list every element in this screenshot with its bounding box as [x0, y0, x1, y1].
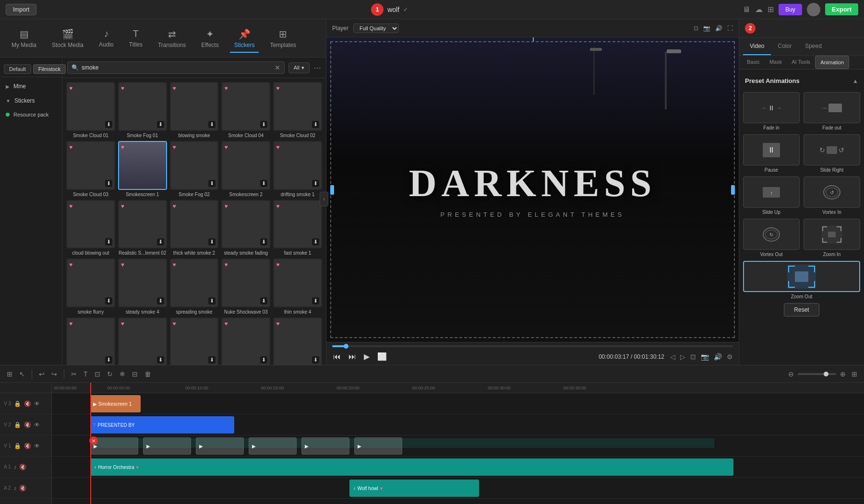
crop-icon[interactable]: ⊡	[690, 353, 696, 361]
stop-button[interactable]: ⬜	[376, 351, 388, 362]
clip-video-4[interactable]: ▶	[249, 437, 297, 455]
track2-lock-icon[interactable]: 🔒	[14, 422, 21, 428]
export-button[interactable]: Export	[825, 3, 858, 15]
redo-button[interactable]: ↪	[49, 369, 59, 379]
more-options-button[interactable]: ⋯	[313, 63, 321, 72]
loop-button[interactable]: ↻	[105, 369, 115, 379]
collapse-panel-button[interactable]: ‹	[320, 192, 328, 206]
left-handle[interactable]	[330, 185, 334, 195]
anim-slide-right[interactable]: ↻ ↺ Slide Right	[804, 134, 860, 173]
select-tool-button[interactable]: ↖	[17, 369, 27, 379]
preset-collapse-icon[interactable]: ▲	[852, 78, 858, 84]
tab-stickers[interactable]: 📌 Stickers	[227, 24, 263, 52]
subtab-basic[interactable]: Basic	[742, 56, 765, 69]
clip-video-6[interactable]: ▶	[354, 437, 402, 455]
search-clear-icon[interactable]: ✕	[275, 64, 280, 71]
clip-smokescreen1[interactable]: ▶ Smokescreen 1	[90, 395, 141, 412]
audio2-mute-icon[interactable]: 🔇	[19, 485, 26, 492]
list-item[interactable]: ♥⬇ Smoke Cloud 03	[66, 141, 115, 197]
list-item[interactable]: ♥⬇ steady smoke fading	[221, 200, 270, 256]
volume-icon[interactable]: 🔊	[715, 25, 722, 32]
list-item[interactable]: ♥⬇ Smoke Cloud 04	[221, 82, 270, 138]
tab-effects[interactable]: ✦ Effects	[193, 24, 226, 52]
subtab-ai-tools[interactable]: AI Tools	[787, 56, 815, 69]
filter-button[interactable]: All ▾	[288, 62, 310, 73]
list-item[interactable]: ♥⬇ Smokescreen 2	[221, 141, 270, 197]
transform-button[interactable]: ⊡	[93, 369, 102, 379]
tab-video[interactable]: Video	[743, 38, 771, 55]
tab-audio[interactable]: ♪ Audio	[91, 24, 121, 52]
list-item[interactable]: ♥⬇ Realistic S...lement 02	[118, 200, 167, 256]
add-track-button[interactable]: ⊞	[5, 369, 14, 379]
filmstock-tab-btn[interactable]: Filmstock	[33, 64, 66, 74]
clip-video-2[interactable]: ▶	[143, 437, 191, 455]
list-item[interactable]: ♥⬇ Clouds05	[66, 317, 115, 365]
progress-bar[interactable]	[332, 345, 733, 347]
clip-presented-by[interactable]: T PRESENTED BY	[90, 416, 234, 434]
reset-button[interactable]: Reset	[784, 303, 819, 316]
tab-transitions[interactable]: ⇄ Transitions	[150, 24, 193, 52]
audio1-music-icon[interactable]: ♪	[13, 464, 16, 470]
user-avatar[interactable]	[807, 3, 820, 16]
tab-stock-media[interactable]: 🎬 Stock Media	[44, 24, 91, 52]
tab-color[interactable]: Color	[771, 38, 798, 55]
audio1-mute-icon[interactable]: 🔇	[19, 464, 26, 470]
audio-vol-icon[interactable]: 🔊	[714, 353, 722, 361]
split-button[interactable]: ⊟	[130, 369, 140, 379]
clip-video-5[interactable]: ▶	[301, 437, 349, 455]
zoom-out-button[interactable]: ⊖	[786, 369, 796, 379]
list-item[interactable]: ♥⬇ Smoke Fog 01	[118, 82, 167, 138]
right-handle[interactable]	[731, 185, 735, 195]
import-button[interactable]: Import	[6, 4, 36, 15]
sidebar-item-mine[interactable]: ▶ Mine	[0, 79, 62, 94]
list-item[interactable]: ♥⬇ Realistic S...lement 06	[221, 317, 270, 365]
tab-templates[interactable]: ⊞ Templates	[262, 24, 304, 52]
timeline-ruler[interactable]: 00:00:00:00 00:00:05:00 00:00:10:00 00:0…	[52, 383, 864, 393]
photo-icon[interactable]: 📷	[703, 25, 710, 32]
subtab-mask[interactable]: Mask	[765, 56, 787, 69]
anim-pause[interactable]: ⏸ Pause	[743, 134, 800, 173]
anim-zoom-in[interactable]: Zoom In	[804, 219, 860, 257]
track1-lock-icon[interactable]: 🔒	[14, 443, 21, 449]
track3-lock-icon[interactable]: 🔒	[14, 400, 21, 407]
list-item[interactable]: ♥⬇ steady smoke 4	[118, 258, 167, 315]
list-item[interactable]: ♥⬇ thick white smoke 2	[170, 200, 219, 256]
clip-horror-orchestra[interactable]: ♪ Horror Orchestra ♥	[90, 458, 733, 476]
next-marker-icon[interactable]: ▷	[680, 353, 685, 361]
prev-frame-button[interactable]: ⏭	[348, 352, 357, 362]
list-item[interactable]: ♥⬇ Smoke Cloud 02	[273, 82, 322, 138]
clip-start-marker[interactable]: ✕	[89, 436, 98, 445]
track3-mute-icon[interactable]: 🔇	[24, 400, 31, 407]
snapshot-icon[interactable]: 📷	[701, 353, 709, 361]
list-item[interactable]: ♥⬇ thin smoke 4	[273, 258, 322, 315]
track1-mute-icon[interactable]: 🔇	[24, 443, 31, 449]
anim-fade-in[interactable]: → ⏸ → Fade in	[743, 92, 800, 130]
anim-fade-out[interactable]: ··· Fade out	[804, 92, 860, 130]
delete-button[interactable]: 🗑	[143, 369, 153, 379]
track3-eye-icon[interactable]: 👁	[34, 400, 40, 407]
anim-slide-up[interactable]: ↑ Slide Up	[743, 176, 800, 215]
settings-icon[interactable]: ⚙	[727, 353, 733, 361]
list-item[interactable]: ♥⬇ spreading smoke	[170, 258, 219, 315]
list-item[interactable]: ♥⬇ Smoke Cloud 01	[66, 82, 115, 138]
track2-mute-icon[interactable]: 🔇	[24, 422, 31, 428]
list-item[interactable]: ♥⬇ thin smoke 3	[273, 317, 322, 365]
anim-vortex-out[interactable]: ↻ Vortex Out	[743, 219, 800, 257]
subtab-animation[interactable]: Animation	[815, 56, 849, 69]
track2-eye-icon[interactable]: 👁	[34, 422, 40, 428]
anim-vortex-in[interactable]: ↺ Vortex In	[804, 176, 860, 215]
search-input[interactable]	[82, 64, 272, 71]
default-tab-btn[interactable]: Default	[4, 64, 31, 74]
list-item[interactable]: ♥⬇ Dust-Up 1	[170, 317, 219, 365]
quality-select[interactable]: Full Quality Half Quality	[353, 23, 399, 33]
tab-my-media[interactable]: ▤ My Media	[4, 24, 44, 52]
zoom-in-button[interactable]: ⊕	[838, 369, 848, 379]
tab-titles[interactable]: T Titles	[121, 24, 150, 52]
play-button[interactable]: ▶	[363, 351, 371, 362]
anim-zoom-out[interactable]: Zoom Out	[743, 261, 860, 299]
list-item[interactable]: ♥⬇ Intense Fog	[118, 317, 167, 365]
audio2-music-icon[interactable]: ♪	[13, 485, 16, 492]
fullscreen-icon[interactable]: ⛶	[727, 25, 733, 32]
zoom-slider[interactable]	[798, 373, 836, 375]
freeze-button[interactable]: ❄	[118, 369, 127, 379]
